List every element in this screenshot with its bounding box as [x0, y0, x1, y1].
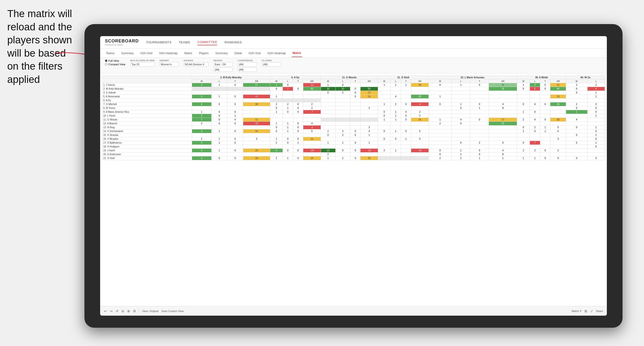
- matrix-cell: [211, 91, 227, 95]
- matrix-cell: 4: [489, 149, 517, 153]
- table-row: 13. N Klug010-23021001: [102, 126, 605, 129]
- sub-nav-players[interactable]: Players: [198, 50, 210, 57]
- sub-nav-detail[interactable]: Detail: [234, 50, 243, 57]
- matrix-cell: 0: [350, 149, 360, 153]
- player-name-cell: 7. O Mitchell: [102, 102, 192, 106]
- conference-all2-select[interactable]: (All): [238, 67, 257, 72]
- expand-icon[interactable]: ⤢: [590, 309, 593, 313]
- matrix-cell: 0: [293, 87, 303, 91]
- redo-icon[interactable]: ↪: [110, 309, 113, 313]
- matrix-cell: 0: [470, 153, 489, 156]
- matrix-cell: 1: [270, 95, 282, 99]
- zoom-out-icon[interactable]: ⊖: [121, 309, 124, 313]
- matrix-cell: [336, 99, 350, 102]
- conference-select[interactable]: (All): [238, 62, 257, 66]
- undo-icon[interactable]: ↩: [104, 309, 107, 313]
- matrix-cell: [550, 91, 566, 95]
- region-all-select[interactable]: (All): [214, 67, 233, 72]
- nav-teams[interactable]: TEAMS: [179, 39, 190, 45]
- matrix-cell: [452, 95, 470, 99]
- matrix-cell: 0: [470, 102, 489, 106]
- matrix-cell: 0: [293, 102, 303, 106]
- player-name-cell: 19. J Karrh: [102, 149, 192, 153]
- matrix-cell: [517, 95, 530, 99]
- matrix-content[interactable]: 2. M Kelly Mulcahy 6. A Dy 11. G Woods 2…: [100, 73, 607, 306]
- matrix-cell: 2: [411, 114, 428, 118]
- matrix-cell: 1: [283, 122, 293, 126]
- save-custom-btn[interactable]: Save Custom View: [162, 310, 184, 313]
- matrix-cell: [336, 102, 350, 106]
- sub-nav-matrix2[interactable]: Matrix: [292, 49, 302, 57]
- players-select[interactable]: (All): [262, 62, 281, 66]
- sub-nav-h2h-heatmap[interactable]: H2H Heatmap: [158, 50, 178, 57]
- matrix-cell: [540, 153, 550, 156]
- matrix-cell: [489, 91, 517, 95]
- matrix-cell: 0: [540, 87, 550, 91]
- matrix-cell: 0: [566, 156, 587, 160]
- matrix-cell: [336, 95, 350, 99]
- sub-nav-teams[interactable]: Teams: [105, 50, 115, 57]
- gender-select[interactable]: Women's: [160, 62, 179, 66]
- matrix-cell: 14: [360, 95, 378, 99]
- matrix-cell: [411, 156, 428, 160]
- grid-icon[interactable]: ⊞: [584, 309, 587, 313]
- view-original-btn[interactable]: View: Original: [142, 310, 158, 313]
- matrix-cell: [391, 106, 401, 110]
- matrix-cell: [540, 114, 550, 118]
- tablet-device: SCOREBOARD Powered by clippd TOURNAMENTS…: [84, 24, 622, 328]
- matrix-cell: 0: [283, 141, 293, 145]
- matrix-cell: 1: [283, 129, 293, 133]
- watch-btn[interactable]: Watch ▾: [572, 309, 582, 313]
- matrix-cell: [192, 153, 211, 156]
- matrix-cell: [550, 141, 566, 145]
- matrix-cell: 4: [566, 118, 587, 122]
- matrix-cell: [470, 145, 489, 149]
- matrix-cell: 0: [283, 137, 293, 141]
- matrix-cell: 0: [452, 141, 470, 145]
- matrix-cell: [428, 145, 452, 149]
- logo-title: SCOREBOARD: [105, 38, 139, 44]
- matrix-cell: [470, 99, 489, 102]
- player-name-cell: 21. O Stoll: [102, 156, 192, 160]
- nav-rankings[interactable]: RANKINGS: [224, 39, 242, 45]
- max-players-select[interactable]: Top 25: [130, 62, 155, 66]
- matrix-cell: 2: [470, 141, 489, 145]
- division-select[interactable]: NCAA Division II: [184, 62, 209, 66]
- full-view-option[interactable]: Full View: [105, 59, 126, 62]
- sub-nav-summary2[interactable]: Summary: [214, 50, 228, 57]
- matrix-cell: 1: [566, 110, 587, 114]
- matrix-cell: [391, 99, 401, 102]
- zoom-in-icon[interactable]: ⊕: [127, 309, 130, 313]
- player-name-cell: 1. J Garcia: [102, 83, 192, 87]
- region-select[interactable]: East - DII: [214, 62, 233, 66]
- sub-nav-matrix[interactable]: Matrix: [184, 50, 193, 57]
- matrix-cell: [378, 106, 390, 110]
- sub-nav-summary[interactable]: Summary: [120, 50, 134, 57]
- matrix-cell: [489, 95, 517, 99]
- nav-tournaments[interactable]: TOURNAMENTS: [146, 39, 172, 45]
- matrix-cell: 0: [378, 137, 390, 141]
- matrix-cell: [192, 87, 211, 91]
- share-btn[interactable]: Share: [596, 310, 603, 313]
- nav-committee[interactable]: COMMITTEE: [197, 39, 218, 45]
- matrix-cell: 1: [401, 83, 411, 87]
- matrix-cell: [243, 114, 270, 118]
- refresh-icon[interactable]: ↺: [116, 309, 118, 313]
- settings-icon[interactable]: ⚙: [133, 309, 136, 313]
- sub-nav-h2h-grid2[interactable]: H2H Grid: [248, 50, 262, 57]
- matrix-cell: [517, 106, 530, 110]
- matrix-cell: [411, 87, 428, 91]
- matrix-cell: [411, 106, 428, 110]
- sub-nav-h2h-grid[interactable]: H2H Grid: [140, 50, 154, 57]
- player-name-cell: 13. N Klug: [102, 126, 192, 129]
- header-schumac: 23. L Marie Schumac.: [428, 76, 517, 80]
- compact-view-option[interactable]: Compact View: [105, 63, 126, 66]
- matrix-cell: 0: [530, 129, 540, 133]
- sub-l-5: L: [452, 80, 470, 83]
- sub-nav-h2h-heatmap2[interactable]: H2H Heatmap: [266, 50, 287, 57]
- matrix-cell: [391, 156, 401, 160]
- matrix-cell: 0: [401, 102, 411, 106]
- matrix-cell: 3: [360, 106, 378, 110]
- header-name: [102, 76, 192, 83]
- matrix-cell: 11: [550, 83, 566, 87]
